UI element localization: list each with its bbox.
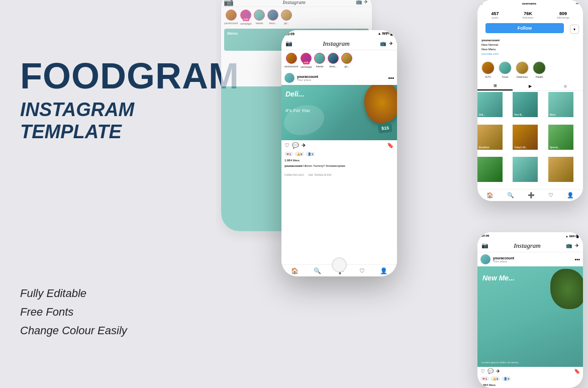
profile-nav-icon[interactable]: 👤: [380, 267, 387, 274]
new-menu-likes-count: 1.984 likes: [480, 383, 496, 386]
followers-count: 76K: [523, 11, 534, 16]
post-header: youraccount Your place •••: [281, 71, 397, 85]
profile-grid-tabs: ⊞ ▶ ☺: [477, 81, 583, 91]
see-translation: SEE TRANSLATION: [308, 173, 331, 176]
post-meta: 8 MINUTES AGO SEE TRANSLATION: [281, 168, 397, 178]
bio-site[interactable]: yoursite.com: [481, 52, 579, 56]
home-nav[interactable]: 🏠: [486, 192, 494, 199]
story-item: youraccount: [224, 10, 238, 25]
highlight-circle-1[interactable]: [481, 61, 495, 74]
like-icon[interactable]: ♡: [284, 142, 289, 149]
instagram-logo-2: Instagram: [514, 242, 540, 250]
save-icon[interactable]: 🔖: [387, 142, 394, 149]
instagram-logo: Instagram: [323, 40, 349, 48]
highlight-food: Food: [499, 61, 512, 78]
my-avatar[interactable]: [286, 53, 297, 64]
grid-cell-9: [548, 157, 573, 182]
tagged-tab[interactable]: ☺: [548, 81, 583, 90]
phone-notch: [327, 30, 352, 34]
new-menu-title: New Me...: [482, 274, 515, 282]
camera-icon[interactable]: 📷: [225, 0, 232, 6]
live-badge: LIVE: [303, 61, 310, 64]
story-avatar-1[interactable]: [226, 10, 237, 21]
send-icon-2[interactable]: ✈: [575, 243, 579, 248]
comment-text: Hhmm Yummy!! #instatemplate: [304, 164, 345, 167]
more-icon[interactable]: •••: [388, 75, 394, 81]
profile-grid: Deli... New M... Menu Breakfast Today's …: [477, 92, 583, 189]
bio-account-name: youraccount: [481, 38, 579, 43]
like-icon-2[interactable]: ♡: [480, 368, 485, 374]
new-menu-screen: 20:09 ▲ WiFi ▉ 📷 Instagram 📺 ✈ youraccou…: [477, 232, 583, 388]
tv-icon[interactable]: 📺: [380, 41, 386, 46]
comment-icon[interactable]: 💬: [292, 142, 299, 149]
search-nav-icon[interactable]: 🔍: [314, 267, 321, 274]
dropdown-button[interactable]: ▾: [570, 25, 579, 34]
story-ga: ga...: [341, 53, 352, 68]
grid-cell-3: Menu: [548, 92, 573, 117]
share-icon[interactable]: ✈: [302, 142, 306, 149]
brand-subtitle: INSTAGRAM TEMPLATE: [20, 99, 196, 143]
new-menu-avatar: [480, 254, 491, 264]
profile-status-bar: ‹ username •••: [477, 0, 583, 7]
home-nav-icon[interactable]: 🏠: [291, 267, 299, 274]
highlight-circle-4[interactable]: [533, 61, 546, 74]
story-avatar-ga[interactable]: [341, 53, 352, 64]
reels-tab[interactable]: ▶: [513, 81, 548, 90]
following-label: followings: [557, 16, 569, 19]
tv-icon-2[interactable]: 📺: [566, 243, 572, 248]
send-icon[interactable]: ✈: [364, 0, 368, 5]
back-arrow[interactable]: ‹: [481, 2, 482, 5]
search-nav[interactable]: 🔍: [507, 192, 514, 199]
more-icon-2[interactable]: •••: [574, 257, 580, 262]
highlight-circle-2[interactable]: [499, 61, 512, 74]
send-icon[interactable]: ✈: [389, 41, 393, 46]
reaction-like: 👍 9: [295, 152, 304, 156]
new-menu-actions: ♡ 💬 ✈ 🔖: [477, 367, 583, 375]
add-nav[interactable]: ➕: [528, 192, 535, 199]
phone-center: 20:09 ▲ WiFi ▉ 📷 Instagram 📺 ✈ youraccou…: [281, 30, 397, 276]
new-menu-caption-overlay: Lorem ipsum dolor sit amet...: [481, 360, 520, 364]
story-avatar-terus[interactable]: [328, 53, 339, 64]
camera-icon-2[interactable]: 📷: [481, 242, 488, 249]
feature-fonts: Free Fonts: [20, 303, 196, 321]
heart-nav[interactable]: ♡: [548, 192, 553, 199]
more-options[interactable]: •••: [576, 2, 579, 5]
comment-username: youraccount: [284, 164, 303, 167]
comment-icon-2[interactable]: 💬: [487, 368, 494, 374]
tv-icon[interactable]: 📺: [356, 0, 362, 5]
followers-label: followers: [523, 16, 534, 19]
grid-cell-6: Special...: [548, 125, 573, 150]
phone-home-button[interactable]: [332, 257, 347, 272]
heart-nav-icon[interactable]: ♡: [359, 267, 365, 274]
brand-title: FOODGRAM: [20, 58, 196, 94]
profile-nav[interactable]: 👤: [567, 192, 574, 199]
story-terus: terus...: [328, 53, 339, 68]
food-image: [360, 85, 397, 127]
features-list: Fully Editable Free Fonts Change Colour …: [20, 284, 196, 340]
save-icon-2[interactable]: 🔖: [574, 368, 580, 374]
profile-highlights: IGTV Food Delacious Helath: [477, 58, 583, 81]
story-avatar-3[interactable]: [254, 10, 265, 21]
my-story: youraccount: [284, 53, 298, 68]
likes-row: 1.984 likes: [281, 157, 397, 163]
new-menu-location: Your place: [493, 260, 514, 263]
camera-icon[interactable]: 📷: [285, 40, 292, 47]
story-avatar-4[interactable]: [267, 10, 278, 21]
post-overlay-text: Deli... It's For You: [285, 90, 310, 113]
phone-right-bottom: 20:09 ▲ WiFi ▉ 📷 Instagram 📺 ✈ youraccou…: [477, 232, 583, 388]
highlight-igtv: IGTV: [481, 61, 495, 78]
follow-button[interactable]: Follow: [485, 23, 564, 33]
story-avatar-5[interactable]: [281, 10, 292, 21]
grid-cell-7: [477, 157, 503, 182]
grid-cell-2: New M...: [513, 92, 538, 117]
grid-cell-4: Breakfast: [477, 125, 503, 150]
share-icon-2[interactable]: ✈: [496, 368, 500, 374]
highlight-circle-3[interactable]: [516, 61, 529, 74]
new-menu-username: youraccount: [493, 256, 514, 260]
new-menu-likes: 1.984 likes: [477, 382, 583, 388]
post-its-for-you: It's For You: [285, 108, 310, 113]
grid-tab[interactable]: ⊞: [477, 81, 513, 90]
story-avatar-kawan[interactable]: [314, 53, 325, 64]
feature-editable: Fully Editable: [20, 284, 196, 303]
new-menu-status-bar: 20:09 ▲ WiFi ▉: [477, 232, 583, 239]
